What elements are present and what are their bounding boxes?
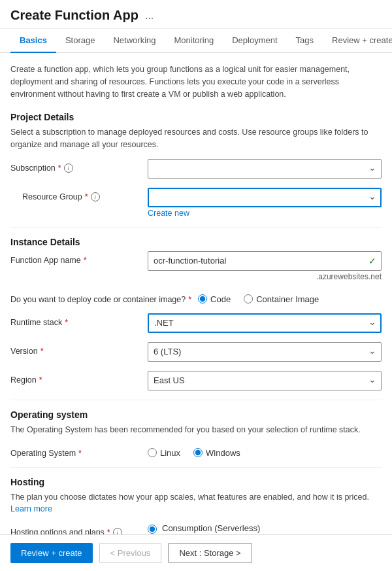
windows-option[interactable]: Windows — [193, 448, 240, 458]
version-control: 6 (LTS) — [148, 342, 382, 362]
project-details-title: Project Details — [10, 112, 382, 122]
os-section: Operating system The Operating System ha… — [10, 409, 382, 458]
os-desc: The Operating System has been recommende… — [10, 424, 382, 436]
code-option[interactable]: Code — [198, 294, 231, 304]
resource-group-row: Resource Group * i Create new — [10, 188, 382, 218]
project-details-section: Project Details Select a subscription to… — [10, 112, 382, 218]
deploy-type-radio-group: Code Container Image — [198, 290, 382, 304]
page-header: Create Function App ... — [0, 0, 392, 29]
os-title: Operating system — [10, 409, 382, 420]
resource-group-select[interactable] — [148, 188, 382, 207]
os-required: * — [78, 449, 82, 458]
review-create-button[interactable]: Review + create — [10, 543, 93, 563]
region-row: Region * East US — [10, 371, 382, 390]
runtime-stack-select[interactable]: .NET — [148, 313, 382, 333]
code-label: Code — [210, 294, 231, 304]
deploy-type-row: Do you want to deploy code or container … — [10, 290, 382, 304]
tab-networking[interactable]: Networking — [104, 29, 165, 53]
learn-more-link[interactable]: Learn more — [10, 504, 52, 513]
divider-3 — [10, 467, 382, 468]
subscription-required: * — [58, 164, 61, 173]
linux-label: Linux — [160, 448, 180, 458]
subscription-info-icon[interactable]: i — [64, 164, 73, 173]
page-title: Create Function App — [10, 8, 139, 23]
os-control: Linux Windows — [148, 444, 382, 458]
container-label: Container Image — [256, 294, 319, 304]
linux-option[interactable]: Linux — [148, 448, 180, 458]
subscription-control — [148, 159, 382, 179]
version-required: * — [41, 347, 44, 356]
region-label: Region * — [10, 371, 141, 385]
project-details-desc: Select a subscription to manage deployed… — [10, 126, 382, 151]
version-row: Version * 6 (LTS) — [10, 342, 382, 362]
function-app-name-label: Function App name * — [10, 251, 141, 265]
function-app-suffix: .azurewebsites.net — [148, 272, 382, 281]
rg-info-icon[interactable]: i — [91, 192, 100, 201]
runtime-stack-control: .NET — [148, 313, 382, 333]
function-app-name-input-wrapper: ✓ — [148, 251, 382, 271]
hosting-desc: The plan you choose dictates how your ap… — [10, 491, 382, 516]
os-row: Operating System * Linux Windows — [10, 444, 382, 458]
next-button[interactable]: Next : Storage > — [168, 543, 252, 563]
page-description: Create a function app, which lets you gr… — [10, 63, 382, 100]
code-radio[interactable] — [198, 294, 207, 303]
linux-radio[interactable] — [148, 448, 157, 457]
divider-1 — [10, 227, 382, 228]
region-control: East US — [148, 371, 382, 390]
resource-group-control: Create new — [148, 188, 382, 218]
runtime-stack-label: Runtime stack * — [10, 313, 141, 327]
tab-storage[interactable]: Storage — [56, 29, 105, 53]
function-app-name-row: Function App name * ✓ .azurewebsites.net — [10, 251, 382, 281]
instance-details-title: Instance Details — [10, 237, 382, 247]
container-option[interactable]: Container Image — [244, 294, 319, 304]
function-app-name-control: ✓ .azurewebsites.net — [148, 251, 382, 281]
os-radio-group: Linux Windows — [148, 444, 382, 458]
subscription-row: Subscription * i — [10, 159, 382, 179]
resource-group-label: Resource Group * i — [10, 188, 141, 201]
main-content: Create a function app, which lets you gr… — [0, 53, 392, 571]
tabs-bar: Basics Storage Networking Monitoring Dep… — [0, 29, 392, 53]
function-app-name-check-icon: ✓ — [368, 256, 376, 266]
consumption-radio[interactable] — [148, 525, 157, 534]
deploy-type-label: Do you want to deploy code or container … — [10, 290, 191, 304]
container-radio[interactable] — [244, 294, 253, 303]
ellipsis-menu-icon[interactable]: ... — [145, 10, 154, 22]
windows-label: Windows — [206, 448, 240, 458]
version-select[interactable]: 6 (LTS) — [148, 342, 382, 362]
function-app-name-input[interactable] — [148, 251, 382, 271]
tab-review-create[interactable]: Review + create — [323, 29, 392, 53]
windows-radio[interactable] — [193, 448, 203, 457]
region-required: * — [39, 375, 42, 385]
deploy-type-control: Code Container Image — [198, 290, 382, 304]
footer: Review + create < Previous Next : Storag… — [0, 534, 392, 571]
os-label: Operating System * — [10, 444, 141, 458]
hosting-title: Hosting — [10, 477, 382, 487]
tab-deployment[interactable]: Deployment — [223, 29, 286, 53]
version-label: Version * — [10, 342, 141, 356]
tab-monitoring[interactable]: Monitoring — [165, 29, 223, 53]
rg-select-wrapper — [148, 188, 382, 207]
consumption-title: Consumption (Serverless) — [162, 523, 347, 533]
rs-required: * — [65, 318, 68, 327]
subscription-select[interactable] — [148, 159, 382, 179]
create-new-link[interactable]: Create new — [148, 209, 382, 218]
tab-tags[interactable]: Tags — [287, 29, 323, 53]
divider-2 — [10, 400, 382, 400]
runtime-stack-row: Runtime stack * .NET — [10, 313, 382, 333]
rg-required: * — [85, 192, 88, 201]
tab-basics[interactable]: Basics — [10, 29, 56, 53]
deploy-required: * — [188, 295, 191, 304]
instance-details-section: Instance Details Function App name * ✓ .… — [10, 237, 382, 390]
subscription-label: Subscription * i — [10, 159, 141, 173]
region-select[interactable]: East US — [148, 371, 382, 390]
previous-button[interactable]: < Previous — [99, 543, 162, 563]
fan-required: * — [84, 256, 87, 265]
